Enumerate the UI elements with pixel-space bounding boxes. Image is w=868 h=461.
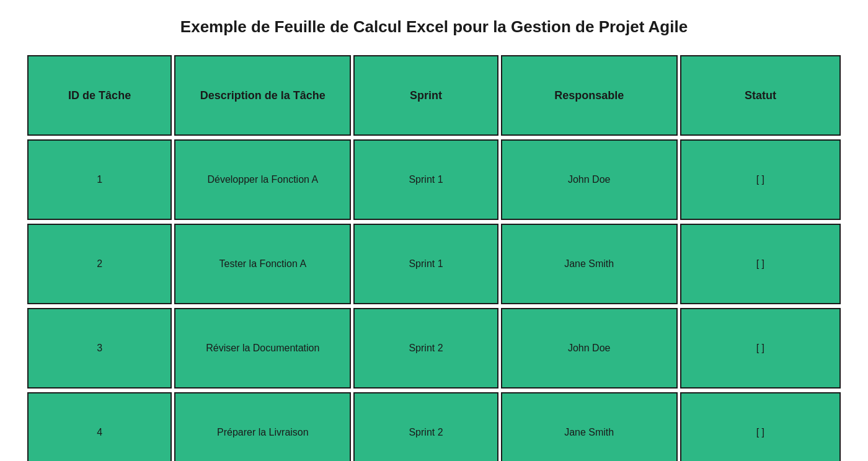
- cell-responsable: Jane Smith: [501, 224, 678, 304]
- col-header-id: ID de Tâche: [27, 55, 172, 136]
- cell-responsable: John Doe: [501, 308, 678, 389]
- cell-responsable: Jane Smith: [501, 392, 678, 461]
- cell-description: Réviser la Documentation: [174, 308, 351, 389]
- col-header-responsable: Responsable: [501, 55, 678, 136]
- table-row: 4Préparer la LivraisonSprint 2Jane Smith…: [27, 392, 841, 461]
- cell-responsable: John Doe: [501, 139, 678, 220]
- cell-description: Préparer la Livraison: [174, 392, 351, 461]
- table-row: 3Réviser la DocumentationSprint 2John Do…: [27, 308, 841, 389]
- cell-id: 3: [27, 308, 172, 389]
- col-header-sprint: Sprint: [353, 55, 498, 136]
- table-row: 1Développer la Fonction ASprint 1John Do…: [27, 139, 841, 220]
- table-row: 2Tester la Fonction ASprint 1Jane Smith[…: [27, 224, 841, 304]
- cell-description: Développer la Fonction A: [174, 139, 351, 220]
- cell-sprint: Sprint 2: [353, 392, 498, 461]
- cell-sprint: Sprint 1: [353, 224, 498, 304]
- cell-statut: [ ]: [680, 392, 841, 461]
- cell-id: 2: [27, 224, 172, 304]
- page-title: Exemple de Feuille de Calcul Excel pour …: [180, 17, 688, 37]
- cell-description: Tester la Fonction A: [174, 224, 351, 304]
- cell-sprint: Sprint 1: [353, 139, 498, 220]
- col-header-statut: Statut: [680, 55, 841, 136]
- spreadsheet-table: ID de Tâche Description de la Tâche Spri…: [25, 51, 843, 461]
- cell-statut: [ ]: [680, 139, 841, 220]
- cell-id: 1: [27, 139, 172, 220]
- cell-id: 4: [27, 392, 172, 461]
- header-row: ID de Tâche Description de la Tâche Spri…: [27, 55, 841, 136]
- col-header-description: Description de la Tâche: [174, 55, 351, 136]
- cell-sprint: Sprint 2: [353, 308, 498, 389]
- cell-statut: [ ]: [680, 308, 841, 389]
- cell-statut: [ ]: [680, 224, 841, 304]
